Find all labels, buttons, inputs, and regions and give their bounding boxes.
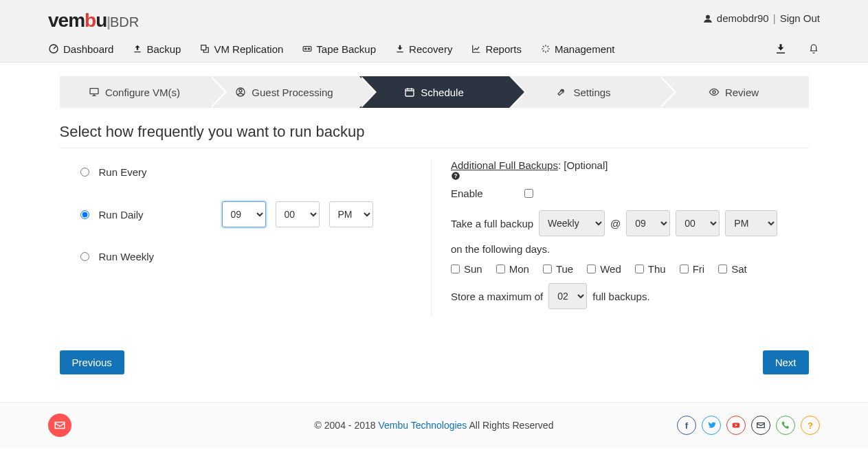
step-configure-vms[interactable]: Configure VM(s) <box>60 76 210 108</box>
select-full-period[interactable]: Weekly <box>539 210 605 236</box>
svg-rect-8 <box>777 52 785 54</box>
svg-point-13 <box>713 91 715 93</box>
label-run-every: Run Every <box>99 166 147 178</box>
nav-vm-replication[interactable]: VM Replication <box>200 43 283 55</box>
day-mon[interactable] <box>496 265 505 273</box>
step-settings[interactable]: Settings <box>509 76 659 108</box>
nav-recovery[interactable]: Recovery <box>395 43 452 55</box>
download-tray-icon[interactable] <box>775 43 787 55</box>
svg-rect-2 <box>135 52 141 52</box>
svg-point-6 <box>308 48 309 49</box>
divider: | <box>773 12 776 24</box>
mail-icon[interactable] <box>751 416 770 435</box>
step-schedule[interactable]: Schedule <box>359 76 509 108</box>
user-circle-icon <box>235 87 246 98</box>
svg-rect-12 <box>405 89 414 96</box>
select-daily-hour[interactable]: 09 <box>222 201 266 227</box>
svg-rect-7 <box>397 52 403 52</box>
radio-run-daily[interactable] <box>80 210 89 219</box>
chat-icon[interactable] <box>48 414 71 437</box>
nav-dashboard[interactable]: Dashboard <box>48 43 113 55</box>
upload-icon <box>133 44 142 54</box>
previous-button[interactable]: Previous <box>60 350 124 374</box>
help-circle-icon[interactable]: ? <box>801 416 820 435</box>
svg-text:?: ? <box>454 173 458 179</box>
download-icon <box>395 44 405 54</box>
nav-tape-backup[interactable]: Tape Backup <box>302 43 376 55</box>
day-sun[interactable] <box>451 265 460 273</box>
logo: vembu|BDR <box>48 10 139 32</box>
calendar-icon <box>404 87 415 98</box>
facebook-icon[interactable]: f <box>677 416 696 435</box>
management-icon <box>541 44 550 54</box>
label-run-daily: Run Daily <box>99 209 144 221</box>
company-link[interactable]: Vembu Technologies <box>378 420 467 431</box>
select-full-hour[interactable]: 09 <box>626 210 670 236</box>
select-max-backups[interactable]: 02 <box>548 283 587 309</box>
additional-optional: : [Optional] <box>558 159 608 171</box>
copyright-years: 2004 - 2018 <box>324 420 376 431</box>
nav-management[interactable]: Management <box>541 43 615 55</box>
help-icon[interactable]: ? <box>451 171 809 181</box>
wrench-icon <box>557 87 568 98</box>
store-max-label-1: Store a maximum of <box>451 291 543 302</box>
select-daily-minute[interactable]: 00 <box>276 201 320 227</box>
additional-title: Additional Full Backups <box>451 159 558 171</box>
day-tue[interactable] <box>543 265 552 273</box>
step-guest-processing[interactable]: Guest Processing <box>210 76 359 108</box>
page-heading: Select how frequently you want to run ba… <box>60 123 809 141</box>
radio-run-every[interactable] <box>80 168 89 177</box>
svg-point-5 <box>305 48 307 49</box>
step-review[interactable]: Review <box>659 76 809 108</box>
replication-icon <box>200 44 210 54</box>
nav-reports[interactable]: Reports <box>471 43 522 55</box>
on-days-label: on the following days. <box>451 243 809 255</box>
select-full-ampm[interactable]: PM <box>725 210 777 236</box>
at-label: @ <box>610 218 621 229</box>
svg-rect-3 <box>201 45 206 50</box>
username: demobdr90 <box>717 12 769 24</box>
wizard-steps: Configure VM(s) Guest Processing Schedul… <box>60 76 809 108</box>
enable-label: Enable <box>451 188 483 199</box>
radio-run-weekly[interactable] <box>80 252 89 261</box>
eye-icon <box>709 87 720 98</box>
monitor-icon <box>89 87 100 98</box>
select-daily-ampm[interactable]: PM <box>329 201 373 227</box>
phone-icon[interactable] <box>776 416 795 435</box>
chart-icon <box>471 44 481 54</box>
take-full-label: Take a full backup <box>451 218 533 229</box>
label-run-weekly: Run Weekly <box>99 251 155 262</box>
enable-checkbox[interactable] <box>524 189 533 198</box>
copyright-icon: © <box>315 420 322 431</box>
day-thu[interactable] <box>635 265 644 273</box>
day-sat[interactable] <box>718 265 727 273</box>
nav-backup[interactable]: Backup <box>133 43 181 55</box>
twitter-icon[interactable] <box>702 416 721 435</box>
user-icon <box>703 14 713 23</box>
svg-rect-9 <box>90 89 98 94</box>
bell-icon[interactable] <box>808 43 820 55</box>
dashboard-icon <box>48 43 59 54</box>
rights-text: All Rights Reserved <box>469 420 553 431</box>
svg-rect-4 <box>303 47 311 52</box>
next-button[interactable]: Next <box>763 350 809 374</box>
day-fri[interactable] <box>680 265 689 273</box>
select-full-minute[interactable]: 00 <box>676 210 720 236</box>
tape-icon <box>302 44 312 54</box>
store-max-label-2: full backups. <box>592 291 649 302</box>
day-wed[interactable] <box>587 265 596 273</box>
signout-link[interactable]: Sign Out <box>780 12 820 24</box>
svg-point-0 <box>706 14 710 19</box>
youtube-icon[interactable] <box>726 416 746 435</box>
svg-point-11 <box>239 89 242 92</box>
